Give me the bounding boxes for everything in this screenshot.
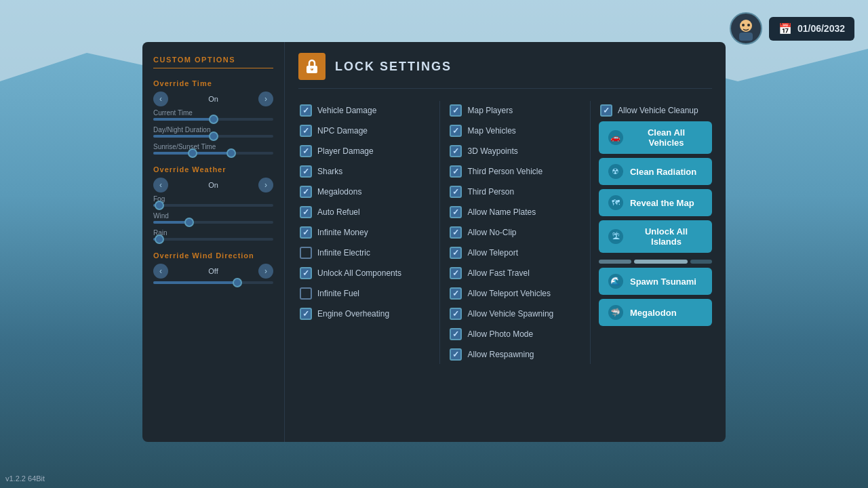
action-btn-label: Unlock All Islands bbox=[630, 226, 703, 247]
topbar: 📅 01/06/2032 bbox=[730, 12, 854, 45]
checkbox[interactable] bbox=[450, 206, 462, 218]
special-btn-megalodon[interactable]: 🦈 Megalodon bbox=[599, 299, 712, 326]
check-item-col1-9[interactable]: Infinite Fuel bbox=[298, 284, 431, 303]
check-item-col1-3[interactable]: Sharks bbox=[298, 162, 431, 181]
checkbox[interactable] bbox=[300, 125, 312, 137]
current-time-slider[interactable] bbox=[153, 118, 273, 121]
check-label: Engine Overheating bbox=[317, 309, 389, 319]
check-item-col2-8[interactable]: Allow Fast Travel bbox=[448, 264, 581, 283]
checkbox[interactable] bbox=[300, 165, 312, 178]
wind-dir-left-btn[interactable]: ‹ bbox=[153, 264, 168, 279]
checkbox[interactable] bbox=[450, 226, 462, 239]
sunrise-slider[interactable] bbox=[153, 152, 273, 155]
weather-left-btn[interactable]: ‹ bbox=[153, 178, 168, 192]
check-label: Unlock All Components bbox=[317, 268, 401, 278]
check-item-col2-1[interactable]: Map Vehicles bbox=[448, 121, 581, 140]
check-item-col1-4[interactable]: Megalodons bbox=[298, 182, 431, 201]
check-item-col1-8[interactable]: Unlock All Components bbox=[298, 264, 431, 283]
rain-slider[interactable] bbox=[153, 238, 273, 241]
checkbox[interactable] bbox=[300, 308, 312, 320]
check-item-col1-2[interactable]: Player Damage bbox=[298, 142, 431, 161]
action-btn-label: Spawn Tsunami bbox=[630, 277, 696, 287]
checkbox[interactable] bbox=[450, 104, 462, 117]
checkbox[interactable] bbox=[450, 125, 462, 137]
checkbox[interactable] bbox=[300, 287, 312, 300]
check-item-col2-3[interactable]: Third Person Vehicle bbox=[448, 162, 581, 181]
override-time-toggle[interactable]: ‹ On › bbox=[153, 92, 273, 106]
check-item-col2-7[interactable]: Allow Teleport bbox=[448, 243, 581, 262]
wind-dir-slider[interactable] bbox=[153, 281, 273, 284]
check-item-col2-5[interactable]: Allow Name Plates bbox=[448, 203, 581, 222]
checkbox[interactable] bbox=[450, 267, 462, 279]
weather-right-btn[interactable]: › bbox=[258, 178, 273, 192]
checkbox[interactable] bbox=[300, 186, 312, 198]
wind-dir-right-btn[interactable]: › bbox=[258, 264, 273, 279]
action-btn-clean-radiation[interactable]: ☢ Clean Radiation bbox=[599, 158, 712, 185]
check-item-col2-0[interactable]: Map Players bbox=[448, 101, 581, 120]
check-label: Allow Fast Travel bbox=[467, 268, 529, 278]
check-label: Sharks bbox=[317, 167, 342, 176]
override-wind-label: Override Wind Direction bbox=[153, 251, 273, 260]
checkbox[interactable] bbox=[450, 348, 462, 361]
checkbox[interactable] bbox=[300, 104, 312, 117]
checkbox[interactable] bbox=[300, 226, 312, 239]
wind-slider[interactable] bbox=[153, 221, 273, 224]
check-item-col1-10[interactable]: Engine Overheating bbox=[298, 304, 431, 323]
check-label: Infinite Fuel bbox=[317, 289, 359, 298]
checkbox[interactable] bbox=[450, 165, 462, 178]
sidebar-title: CUSTOM OPTIONS bbox=[153, 56, 273, 68]
check-item-col1-6[interactable]: Infinite Money bbox=[298, 223, 431, 242]
override-wind-toggle[interactable]: ‹ Off › bbox=[153, 264, 273, 279]
checkbox[interactable] bbox=[300, 267, 312, 279]
check-item-col1-1[interactable]: NPC Damage bbox=[298, 121, 431, 140]
check-item-col2-12[interactable]: Allow Respawning bbox=[448, 345, 581, 364]
check-item-col1-5[interactable]: Auto Refuel bbox=[298, 203, 431, 222]
check-item-col1-0[interactable]: Vehicle Damage bbox=[298, 101, 431, 120]
lock-icon-box bbox=[298, 53, 326, 80]
fog-label: Fog bbox=[153, 195, 273, 203]
checkbox[interactable] bbox=[450, 328, 462, 340]
checkbox[interactable] bbox=[300, 247, 312, 259]
check-label: Map Players bbox=[467, 106, 513, 115]
fog-slider[interactable] bbox=[153, 204, 273, 207]
action-btn-reveal-the-map[interactable]: 🗺 Reveal the Map bbox=[599, 189, 712, 216]
checkbox[interactable] bbox=[450, 308, 462, 320]
day-night-slider[interactable] bbox=[153, 135, 273, 138]
special-btn-spawn-tsunami[interactable]: 🌊 Spawn Tsunami bbox=[599, 268, 712, 295]
check-item-col2-11[interactable]: Allow Photo Mode bbox=[448, 325, 581, 344]
checkbox[interactable] bbox=[300, 206, 312, 218]
check-label: Auto Refuel bbox=[317, 207, 360, 217]
btn-icon: 🦈 bbox=[608, 305, 623, 320]
checkbox[interactable] bbox=[450, 247, 462, 259]
column-2: Map Players Map Vehicles 3D Waypoints Th… bbox=[448, 101, 590, 364]
check-item-col2-2[interactable]: 3D Waypoints bbox=[448, 142, 581, 161]
checkbox[interactable] bbox=[600, 104, 612, 117]
checkbox[interactable] bbox=[450, 145, 462, 157]
check-item-col2-6[interactable]: Allow No-Clip bbox=[448, 223, 581, 242]
sidebar: CUSTOM OPTIONS Override Time ‹ On › Curr… bbox=[142, 42, 285, 442]
tsunami-slider[interactable] bbox=[599, 260, 712, 264]
main-panel: CUSTOM OPTIONS Override Time ‹ On › Curr… bbox=[142, 42, 726, 442]
check-label: Allow No-Clip bbox=[467, 228, 516, 237]
action-btn-clean-all-vehicles[interactable]: 🚗 Clean All Vehicles bbox=[599, 121, 712, 154]
check-label: Map Vehicles bbox=[467, 126, 515, 136]
checkbox[interactable] bbox=[450, 287, 462, 300]
check-item-col2-9[interactable]: Allow Teleport Vehicles bbox=[448, 284, 581, 303]
override-weather-toggle[interactable]: ‹ On › bbox=[153, 178, 273, 192]
check-label: Megalodons bbox=[317, 187, 361, 197]
time-right-btn[interactable]: › bbox=[258, 92, 273, 106]
override-time-label: Override Time bbox=[153, 79, 273, 87]
check-item-col2-4[interactable]: Third Person bbox=[448, 182, 581, 201]
check-item-col3-0[interactable]: Allow Vehicle Cleanup bbox=[599, 101, 712, 120]
checkbox[interactable] bbox=[300, 145, 312, 157]
svg-point-2 bbox=[742, 24, 745, 26]
checkbox[interactable] bbox=[450, 186, 462, 198]
action-btn-unlock-all-islands[interactable]: 🏝 Unlock All Islands bbox=[599, 220, 712, 253]
action-btn-label: Megalodon bbox=[630, 308, 677, 318]
check-item-col2-10[interactable]: Allow Vehicle Spawning bbox=[448, 304, 581, 323]
time-left-btn[interactable]: ‹ bbox=[153, 92, 168, 106]
lock-settings-title: LOCK SETTINGS bbox=[335, 60, 452, 74]
lock-settings-panel: LOCK SETTINGS Vehicle Damage NPC Damage … bbox=[285, 42, 726, 442]
wind-dir-value: Off bbox=[172, 267, 254, 275]
check-item-col1-7[interactable]: Infinite Electric bbox=[298, 243, 431, 262]
